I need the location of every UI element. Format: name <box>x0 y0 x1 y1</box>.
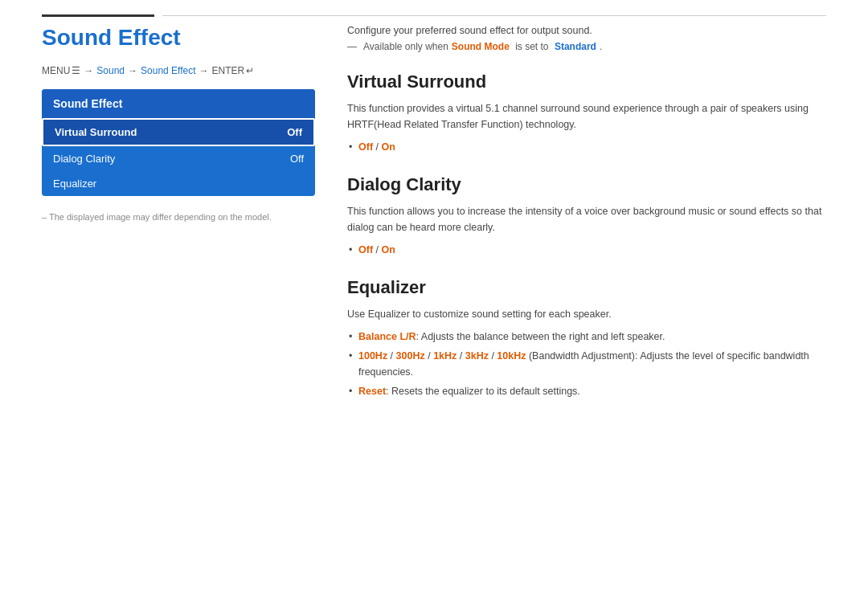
equalizer-bullet-reset: Reset: Resets the equalizer to its defau… <box>347 383 826 399</box>
menu-item-label-dialog-clarity: Dialog Clarity <box>53 153 115 165</box>
menu-item-virtual-surround[interactable]: Virtual Surround Off <box>42 118 315 146</box>
equalizer-label: Equalizer <box>368 309 410 320</box>
vs-off-label: Off <box>358 141 373 153</box>
equalizer-bullets: Balance L/R: Adjusts the balance between… <box>347 329 826 399</box>
main-layout: Sound Effect MENU☰ → Sound → Sound Effec… <box>0 25 868 419</box>
breadcrumb-sound: Sound <box>96 65 125 76</box>
breadcrumb-sound-effect: Sound Effect <box>141 65 196 76</box>
menu-item-label-equalizer: Equalizer <box>53 178 96 190</box>
equalizer-bullet-frequencies: 100Hz / 300Hz / 1kHz / 3kHz / 10kHz (Ban… <box>347 348 826 380</box>
menu-box: Sound Effect Virtual Surround Off Dialog… <box>42 89 315 196</box>
breadcrumb-arrow-3: → <box>199 65 209 76</box>
model-note: The displayed image may differ depending… <box>42 212 315 222</box>
sound-mode-label: Sound Mode <box>452 41 510 52</box>
dc-on-label: On <box>381 244 395 255</box>
breadcrumb-arrow-2: → <box>128 65 137 76</box>
breadcrumb-arrow-1: → <box>84 65 93 76</box>
menu-item-label-virtual-surround: Virtual Surround <box>55 126 137 138</box>
section-title-dialog-clarity: Dialog Clarity <box>347 174 826 195</box>
menu-item-value-dialog-clarity: Off <box>290 153 304 165</box>
reset-label: Reset <box>358 386 386 397</box>
right-note: Available only when Sound Mode is set to… <box>347 41 826 52</box>
virtual-surround-bullets: Off / On <box>347 139 826 155</box>
right-intro: Configure your preferred sound effect fo… <box>347 25 826 36</box>
top-bar <box>0 0 868 17</box>
freq-1khz: 1kHz <box>433 350 457 362</box>
freq-100hz: 100Hz <box>358 350 387 362</box>
menu-item-value-virtual-surround: Off <box>287 126 302 138</box>
breadcrumb-menu-text: MENU <box>42 65 70 76</box>
section-title-equalizer: Equalizer <box>347 277 826 298</box>
freq-10khz: 10kHz <box>497 350 526 362</box>
breadcrumb: MENU☰ → Sound → Sound Effect → ENTER↵ <box>42 65 315 76</box>
virtual-surround-bullet-1: Off / On <box>347 139 826 155</box>
menu-item-dialog-clarity[interactable]: Dialog Clarity Off <box>42 146 315 171</box>
standard-label: Standard <box>555 41 596 52</box>
top-bar-light-line <box>162 15 826 16</box>
right-column: Configure your preferred sound effect fo… <box>347 25 826 419</box>
vs-on-label: On <box>381 141 395 153</box>
breadcrumb-enter: ENTER <box>212 65 245 76</box>
section-desc-equalizer: Use Equalizer to customize sound setting… <box>347 306 826 322</box>
freq-300hz: 300Hz <box>396 350 425 362</box>
section-desc-dialog-clarity: This function allows you to increase the… <box>347 203 826 235</box>
top-bar-accent-line <box>42 14 154 17</box>
dialog-clarity-bullet-1: Off / On <box>347 242 826 258</box>
section-desc-virtual-surround: This function provides a virtual 5.1 cha… <box>347 100 826 133</box>
freq-3khz: 3kHz <box>465 350 489 362</box>
menu-item-equalizer[interactable]: Equalizer <box>42 171 315 196</box>
menu-box-header: Sound Effect <box>42 89 315 118</box>
dc-off-label: Off <box>358 244 373 255</box>
left-column: Sound Effect MENU☰ → Sound → Sound Effec… <box>42 25 315 419</box>
dialog-clarity-bullets: Off / On <box>347 242 826 258</box>
equalizer-bullet-balance: Balance L/R: Adjusts the balance between… <box>347 329 826 345</box>
balance-label: Balance L/R <box>358 331 416 342</box>
breadcrumb-menu-icon: ☰ <box>72 65 80 76</box>
breadcrumb-enter-icon: ↵ <box>246 65 254 76</box>
section-title-virtual-surround: Virtual Surround <box>347 72 826 92</box>
page-title: Sound Effect <box>42 25 315 51</box>
